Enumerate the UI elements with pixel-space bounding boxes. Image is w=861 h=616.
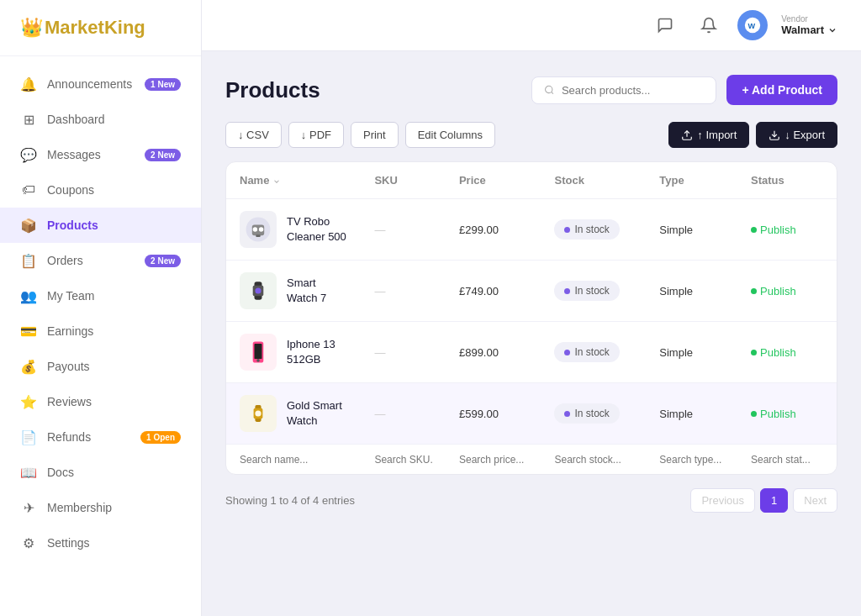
status-dot bbox=[751, 350, 757, 355]
col-stock: Stock bbox=[541, 162, 646, 199]
page-title: Products bbox=[225, 77, 320, 103]
cell-price-1: £299.00 bbox=[446, 199, 541, 261]
svg-text:W: W bbox=[748, 22, 756, 30]
sidebar-label-announcements: Announcements bbox=[47, 77, 145, 91]
search-box[interactable] bbox=[531, 76, 716, 104]
sidebar-item-myteam[interactable]: 👥 My Team bbox=[0, 278, 201, 313]
cell-status-2: Publish bbox=[737, 261, 837, 322]
table-row[interactable]: Gold Smart Watch — £599.00 In stock Simp… bbox=[226, 383, 837, 445]
import-icon bbox=[681, 129, 693, 141]
cell-type-1: Simple bbox=[646, 199, 737, 261]
export-icon bbox=[769, 129, 780, 141]
sidebar-item-docs[interactable]: 📖 Docs bbox=[0, 455, 201, 490]
col-price: Price bbox=[446, 162, 541, 199]
sidebar-item-dashboard[interactable]: ⊞ Dashboard bbox=[0, 102, 201, 137]
product-name-2: Smart Watch 7 bbox=[287, 276, 347, 306]
bell-icon[interactable] bbox=[694, 10, 724, 40]
search-type-input[interactable] bbox=[659, 454, 724, 466]
cell-type-2: Simple bbox=[646, 261, 737, 322]
col-sku: SKU bbox=[361, 162, 446, 199]
logo-name-end: King bbox=[104, 17, 145, 38]
sidebar-item-coupons[interactable]: 🏷 Coupons bbox=[0, 172, 201, 208]
sidebar-item-earnings[interactable]: 💳 Earnings bbox=[0, 313, 201, 349]
vendor-info[interactable]: Vendor Walmart bbox=[781, 14, 837, 36]
sidebar-item-reviews[interactable]: ⭐ Reviews bbox=[0, 384, 201, 419]
sidebar-item-orders[interactable]: 📋 Orders 2 New bbox=[0, 243, 201, 278]
sidebar-item-membership[interactable]: ✈ Membership bbox=[0, 490, 201, 525]
docs-icon: 📖 bbox=[20, 464, 37, 481]
badge-orders: 2 New bbox=[145, 255, 181, 267]
earnings-icon: 💳 bbox=[20, 323, 37, 340]
table-header-row: Name SKU Price Stock Type Status bbox=[226, 162, 837, 199]
search-price-input[interactable] bbox=[459, 454, 528, 466]
badge-refunds: 1 Open bbox=[140, 431, 181, 444]
product-thumb-3 bbox=[240, 334, 277, 371]
sidebar-label-reviews: Reviews bbox=[47, 395, 181, 408]
col-type: Type bbox=[646, 162, 737, 199]
export-button[interactable]: ↓ Export bbox=[756, 122, 837, 148]
sidebar-label-settings: Settings bbox=[47, 536, 181, 550]
reviews-icon: ⭐ bbox=[20, 393, 37, 410]
sidebar-label-products: Products bbox=[47, 218, 181, 232]
topbar: W Vendor Walmart bbox=[202, 0, 861, 51]
svg-rect-15 bbox=[255, 344, 262, 359]
edit-columns-button[interactable]: Edit Columns bbox=[405, 122, 495, 148]
search-status-input[interactable] bbox=[751, 454, 823, 466]
table-row[interactable]: Smart Watch 7 — £749.00 In stock Simple … bbox=[226, 261, 837, 322]
sidebar-item-messages[interactable]: 💬 Messages 2 New bbox=[0, 137, 201, 172]
refunds-icon: 📄 bbox=[20, 429, 37, 445]
product-thumb-2 bbox=[240, 272, 277, 309]
import-button[interactable]: ↑ Import bbox=[668, 122, 749, 148]
svg-rect-10 bbox=[256, 234, 260, 237]
sidebar-nav: 🔔 Announcements 1 New ⊞ Dashboard 💬 Mess… bbox=[0, 56, 201, 616]
col-name[interactable]: Name bbox=[226, 162, 361, 199]
cell-stock-3: In stock bbox=[541, 322, 646, 383]
search-stock-input[interactable] bbox=[554, 454, 632, 466]
sidebar-item-settings[interactable]: ⚙ Settings bbox=[0, 525, 201, 561]
prev-page-button[interactable]: Previous bbox=[690, 488, 755, 513]
page-1-button[interactable]: 1 bbox=[760, 488, 788, 513]
stock-dot bbox=[564, 227, 570, 233]
cell-price-2: £749.00 bbox=[446, 261, 541, 322]
page-header: Products + Add Product bbox=[225, 75, 837, 105]
stock-dot bbox=[564, 350, 570, 355]
product-thumb-1 bbox=[240, 211, 277, 248]
table-row[interactable]: Iphone 13 512GB — £899.00 In stock Simpl… bbox=[226, 322, 837, 383]
cell-name-1: TV Robo Cleaner 500 bbox=[226, 199, 361, 261]
table-row[interactable]: TV Robo Cleaner 500 — £299.00 In stock S… bbox=[226, 199, 837, 261]
vendor-avatar[interactable]: W bbox=[737, 10, 768, 40]
cell-sku-1: — bbox=[361, 199, 446, 261]
pagination: Showing 1 to 4 of 4 entries Previous 1 N… bbox=[225, 475, 837, 516]
sidebar-item-refunds[interactable]: 📄 Refunds 1 Open bbox=[0, 419, 201, 455]
cell-name-4: Gold Smart Watch bbox=[226, 383, 361, 445]
pdf-button[interactable]: ↓ PDF bbox=[288, 122, 344, 148]
sidebar-item-announcements[interactable]: 🔔 Announcements 1 New bbox=[0, 66, 201, 102]
sidebar-item-products[interactable]: 📦 Products bbox=[0, 208, 201, 243]
sidebar-label-payouts: Payouts bbox=[47, 360, 181, 373]
header-actions: + Add Product bbox=[531, 75, 837, 105]
pagination-controls: Previous 1 Next bbox=[690, 488, 837, 513]
csv-button[interactable]: ↓ CSV bbox=[225, 122, 282, 148]
svg-line-3 bbox=[552, 92, 553, 93]
status-dot bbox=[751, 411, 757, 417]
next-page-button[interactable]: Next bbox=[793, 488, 837, 513]
search-input[interactable] bbox=[562, 84, 705, 97]
add-product-button[interactable]: + Add Product bbox=[726, 75, 837, 105]
search-name-input[interactable] bbox=[240, 454, 347, 466]
cell-sku-4: — bbox=[361, 383, 446, 445]
chat-icon[interactable] bbox=[650, 10, 680, 40]
sidebar-label-earnings: Earnings bbox=[47, 324, 181, 338]
cell-status-4: Publish bbox=[737, 383, 837, 445]
search-sku-input[interactable] bbox=[374, 454, 432, 466]
product-name-4: Gold Smart Watch bbox=[287, 398, 347, 429]
status-dot bbox=[751, 288, 757, 294]
sidebar-item-payouts[interactable]: 💰 Payouts bbox=[0, 349, 201, 384]
status-dot bbox=[751, 227, 757, 233]
col-status: Status bbox=[737, 162, 837, 199]
crown-icon: 👑 bbox=[20, 17, 43, 38]
print-button[interactable]: Print bbox=[351, 122, 399, 148]
sidebar-label-dashboard: Dashboard bbox=[47, 113, 181, 126]
pagination-info: Showing 1 to 4 of 4 entries bbox=[225, 494, 355, 507]
svg-point-19 bbox=[255, 410, 261, 416]
badge-announcements: 1 New bbox=[145, 78, 181, 91]
